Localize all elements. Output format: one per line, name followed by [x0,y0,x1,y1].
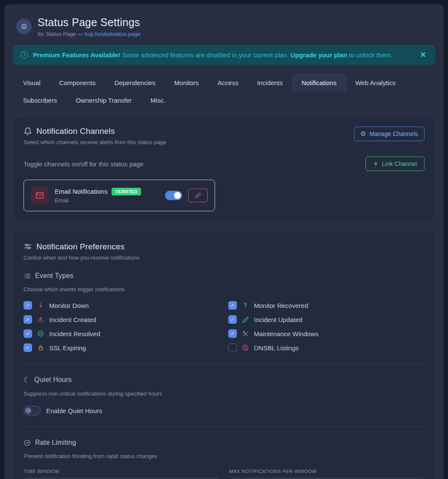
event-label: Incident Updated [254,316,302,323]
page-subtitle: for Status Page — hsp.hostedstatus.page [38,31,141,37]
time-window-label: TIME WINDOW [24,469,219,474]
event-label: SSL Expiring [49,344,86,352]
banner-suffix: to unlock them. [347,51,392,59]
list-icon [24,272,31,280]
plus-icon: + [373,161,379,167]
checkbox[interactable]: ✓ [228,301,237,310]
manage-channels-label: Manage Channels [369,130,418,137]
rate-limiting-title: Rate Limiting [35,439,76,446]
preferences-title: Notification Preferences [36,242,125,251]
info-icon: i [21,51,28,59]
divider [24,427,424,427]
checkbox[interactable]: ✓ [24,343,32,352]
event-types-title: Event Types [35,272,74,280]
event-label: Monitor Recovered [254,302,308,309]
check-circle-icon [37,330,44,337]
channel-name: Email Notifications [55,188,107,195]
arrow-down-icon: ↓ [37,302,44,309]
tab-dependencies[interactable]: Dependencies [105,74,165,92]
tab-misc[interactable]: Misc. [141,92,175,109]
toggle-hint: Toggle channels on/off for this status p… [24,160,144,168]
sliders-icon [24,242,32,251]
settings-panel: ⚙ Status Page Settings for Status Page —… [4,4,444,479]
moon-icon: ☾ [24,376,30,384]
checkbox[interactable]: ✓ [24,315,32,324]
event-monitor-recovered[interactable]: ✓ ↑ Monitor Recovered [228,301,424,310]
quiet-hours-toggle[interactable] [24,406,41,415]
event-types-subtitle: Choose which events trigger notification… [24,286,424,293]
event-label: Maintenance Windows [254,330,318,337]
event-ssl-expiring[interactable]: ✓ SSL Expiring [24,343,220,352]
premium-banner: i Premium Features Available! Some advan… [13,45,435,65]
tab-web-analytics[interactable]: Web Analytics [346,74,405,92]
tools-icon [242,331,249,337]
tab-access[interactable]: Access [208,74,248,92]
gauge-icon [24,439,31,446]
tab-ownership-transfer[interactable]: Ownership Transfer [66,92,141,109]
pencil-icon [242,316,249,323]
event-label: DNSBL Listings [254,344,299,352]
close-icon[interactable]: × [419,49,427,60]
subtitle-prefix: for Status Page — [38,31,85,37]
event-incident-created[interactable]: ✓ ⚠ Incident Created [24,315,220,324]
divider [24,364,424,364]
verified-badge: VERIFIED [112,188,141,195]
channels-subtitle: Select which channels receive alerts fro… [24,139,166,145]
lock-icon [37,345,44,351]
tab-monitors[interactable]: Monitors [165,74,209,92]
tab-components[interactable]: Components [50,74,105,92]
banner-text: Premium Features Available! Some advance… [33,51,392,59]
tab-incidents[interactable]: Incidents [248,74,292,92]
channel-type: Email [55,197,159,204]
link-channel-button[interactable]: + Link Channel [365,157,424,171]
checkbox[interactable]: ✓ [228,315,237,324]
settings-tabs: Visual Components Dependencies Monitors … [13,74,435,109]
manage-channels-button[interactable]: ⚙ Manage Channels [354,127,424,141]
email-channel-item: Email Notifications VERIFIED Email [24,180,215,211]
event-incident-resolved[interactable]: ✓ Incident Resolved [24,329,220,338]
checkbox[interactable]: ✓ [24,301,32,310]
quiet-hours-subtitle: Suppress non-critical notifications duri… [24,390,424,397]
max-notifications-label: MAX NOTIFICATIONS PER WINDOW [229,469,424,474]
email-channel-toggle[interactable] [165,191,182,200]
checkbox[interactable] [228,343,237,352]
unlink-channel-button[interactable] [188,189,208,202]
status-page-link[interactable]: hsp.hostedstatus.page [85,31,141,37]
event-label: Incident Resolved [49,330,100,337]
tab-notifications[interactable]: Notifications [292,74,346,92]
banner-body: Some advanced features are disabled in y… [121,51,291,59]
notification-channels-card: Notification Channels Select which chann… [13,116,435,222]
event-label: Incident Created [49,316,96,323]
gear-icon: ⚙ [16,19,32,34]
ban-icon [242,344,249,351]
gear-icon: ⚙ [360,131,366,137]
envelope-icon [31,186,49,204]
quiet-hours-toggle-label: Enable Quiet Hours [46,407,102,414]
page-header: ⚙ Status Page Settings for Status Page —… [13,14,435,37]
warning-icon: ⚠ [37,316,44,323]
tab-visual[interactable]: Visual [14,74,50,92]
rate-limiting-subtitle: Prevent notification flooding from rapid… [24,453,424,459]
chain-icon [195,192,201,198]
link-channel-label: Link Channel [382,160,417,167]
notification-preferences-card: Notification Preferences Control when an… [13,231,435,479]
event-label: Monitor Down [49,302,89,309]
upgrade-plan-link[interactable]: Upgrade your plan [291,51,348,59]
event-incident-updated[interactable]: ✓ Incident Updated [228,315,424,324]
channels-title: Notification Channels [36,127,115,136]
preferences-subtitle: Control when and how you receive notific… [24,254,140,261]
tab-subscribers[interactable]: Subscribers [14,92,66,109]
event-maintenance-windows[interactable]: ✓ Maintenance Windows [228,329,424,338]
checkbox[interactable]: ✓ [24,329,32,338]
event-monitor-down[interactable]: ✓ ↓ Monitor Down [24,301,220,310]
quiet-hours-title: Quiet Hours [34,376,72,384]
event-dnsbl-listings[interactable]: DNSBL Listings [228,343,424,352]
bell-icon [24,127,32,136]
banner-bold: Premium Features Available! [33,51,121,59]
arrow-up-icon: ↑ [242,302,249,309]
checkbox[interactable]: ✓ [228,329,237,338]
page-title: Status Page Settings [38,16,141,29]
event-types-grid: ✓ ↓ Monitor Down ✓ ↑ Monitor Recovered ✓… [24,301,424,352]
